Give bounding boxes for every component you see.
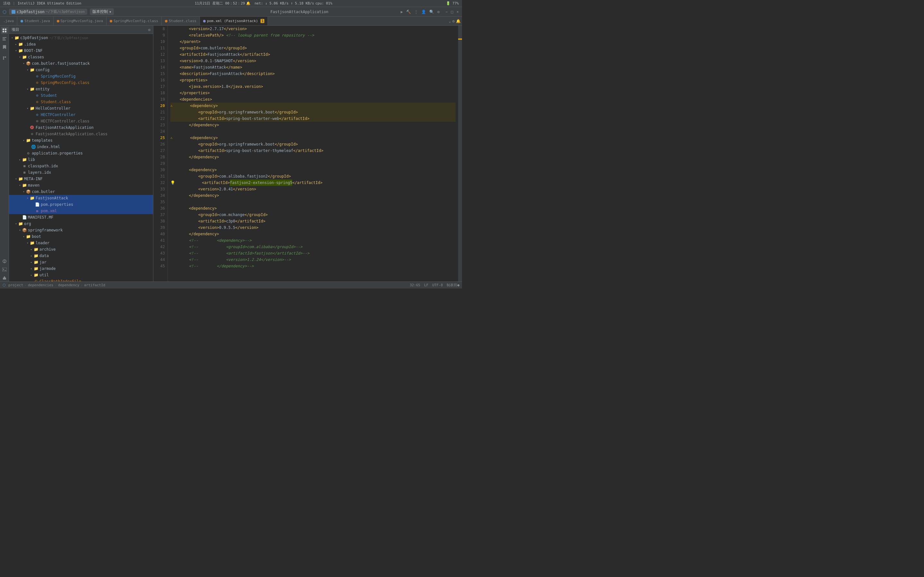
sidebar-item-problems[interactable] <box>1 258 8 265</box>
panel-title: 项目 <box>11 27 19 32</box>
tree-item-pom-xml[interactable]: m pom.xml <box>9 208 153 214</box>
tree-item-config[interactable]: ▾ 📁 config <box>9 67 153 73</box>
tree-item-index-html[interactable]: 🌐 index.html <box>9 143 153 150</box>
code-line-25: ⚠ <dependency> <box>170 135 456 141</box>
scrollbar-marker <box>458 39 462 40</box>
project-name-btn[interactable]: c3p0fastjson ~/下载/c3p0fastjson <box>9 9 87 15</box>
settings-icon[interactable]: ⚙ <box>437 9 440 15</box>
sidebar-item-plugins[interactable] <box>1 274 8 282</box>
tree-item-pom-properties[interactable]: 📄 pom.properties <box>9 201 153 208</box>
tab-chevron-icon[interactable]: ⌄ <box>449 19 451 23</box>
sidebar-item-project[interactable] <box>1 27 8 34</box>
tree-item-org[interactable]: ▾ 📁 org <box>9 221 153 227</box>
tree-item-hello-controller[interactable]: ▾ 📁 HelloController <box>9 105 153 111</box>
tree-item-fastjson-attack-dir[interactable]: ▾ 📁 FastjsonAttack <box>9 195 153 201</box>
run-icon[interactable]: ▶ <box>400 9 404 15</box>
svg-rect-16 <box>3 277 6 279</box>
tree-item-hectf-controller[interactable]: ⊙ HECTFController <box>9 111 153 118</box>
tree-item-meta-inf[interactable]: ▾ 📁 META-INF <box>9 176 153 182</box>
build-icon[interactable]: 🔨 <box>405 9 412 15</box>
code-content[interactable]: <version>2.7.17</version> <relativePath/… <box>168 26 458 282</box>
class-icon: ⊙ <box>35 100 40 104</box>
tree-item-classpath-idx[interactable]: ≡ classpath.idx <box>9 163 153 169</box>
notification-icon[interactable]: 🔔 <box>246 1 250 5</box>
maximize-icon[interactable]: □ <box>451 9 454 15</box>
file-tree[interactable]: ▾ 📁 c3p0fastjson ~/下载/c3p0fastjson ▸ 📁 .… <box>9 34 153 282</box>
pom-icon: m <box>35 209 40 213</box>
folder-icon: 📁 <box>26 234 31 239</box>
tree-item-application-properties[interactable]: ⚙ application.properties <box>9 150 153 156</box>
tab-student-class[interactable]: Student.class <box>162 17 200 25</box>
tree-item-jarmode[interactable]: ▸ 📁 jarmode <box>9 266 153 272</box>
search-icon[interactable]: 🔍 <box>429 9 435 15</box>
tree-item-lib[interactable]: ▸ 📁 lib <box>9 156 153 163</box>
tree-item-archive[interactable]: ▸ 📁 archive <box>9 246 153 253</box>
right-scrollbar[interactable] <box>458 26 462 282</box>
tree-item-com-butler-pkg[interactable]: ▾ 📦 com.butler <box>9 189 153 195</box>
breadcrumb-artifactid[interactable]: artifactId <box>84 283 105 287</box>
tree-item-name: config <box>36 68 49 72</box>
arrow-icon: ▾ <box>22 139 26 142</box>
tree-item-com-butler[interactable]: ▾ 📦 com.butler.fastjsonattack <box>9 60 153 67</box>
code-line-36: <dependency> <box>170 205 456 211</box>
tab-dot-spring-mvc-config-java <box>57 20 59 23</box>
tree-item-classpathindexfile[interactable]: © ClassPathIndexFile <box>9 278 153 282</box>
breadcrumb-project[interactable]: project <box>8 283 23 287</box>
folder-icon: 📁 <box>33 247 39 251</box>
folder-icon: 📁 <box>33 260 39 264</box>
tab-java[interactable]: .java <box>0 17 17 25</box>
tree-item-entity[interactable]: ▾ 📁 entity <box>9 86 153 92</box>
tree-item-manifest[interactable]: 📄 MANIFEST.MF <box>9 214 153 221</box>
tab-spring-mvc-config-class[interactable]: SpringMvcConfig.class <box>107 17 162 25</box>
close-icon[interactable]: × <box>456 9 459 15</box>
folder-icon: 📁 <box>18 221 23 226</box>
sidebar-item-terminal[interactable] <box>1 266 8 273</box>
tab-settings-icon[interactable]: ⚙ <box>452 19 455 23</box>
html-icon: 🌐 <box>31 145 36 149</box>
tree-item-student[interactable]: ⊙ Student <box>9 92 153 99</box>
sidebar-item-git[interactable] <box>1 55 8 61</box>
tree-item-root[interactable]: ▾ 📁 c3p0fastjson ~/下载/c3p0fastjson <box>9 35 153 41</box>
svg-rect-5 <box>3 39 5 39</box>
tab-spring-mvc-config-java[interactable]: SpringMvcConfig.java <box>53 17 107 25</box>
tree-item-name: HECTFController <box>41 113 75 117</box>
tree-item-fastjson-app-class[interactable]: ⊙ FastjsonAttackApplication.class <box>9 131 153 137</box>
minimize-icon[interactable]: − <box>445 9 448 15</box>
panel-gear-icon[interactable]: ⚙ <box>148 27 150 32</box>
tab-dot-student-java <box>21 20 23 23</box>
editor-area: 8 9 10 11 12 13 14 15 16 17 18 19 20 21 … <box>153 26 462 282</box>
tree-item-maven[interactable]: ▾ 📁 maven <box>9 182 153 189</box>
tree-item-util[interactable]: ▸ 📁 util <box>9 272 153 278</box>
tree-item-layers-idx[interactable]: ≡ layers.idx <box>9 169 153 176</box>
tree-item-jar[interactable]: ▸ 📁 jar <box>9 259 153 266</box>
tree-item-spring-mvc-config-class[interactable]: ⊙ SpringMvcConfig.class <box>9 79 153 86</box>
tree-item-idea[interactable]: ▸ 📁 .idea <box>9 41 153 47</box>
tab-student-java[interactable]: Student.java <box>17 17 53 25</box>
tree-item-name: index.html <box>37 145 60 149</box>
more-icon[interactable]: ⋮ <box>414 9 419 15</box>
tree-item-name: SpringMvcConfig <box>41 74 75 79</box>
tree-item-fastjson-app[interactable]: 🅐 FastjsonAttackApplication <box>9 124 153 131</box>
tree-item-name: templates <box>32 138 53 143</box>
breadcrumb-dependency[interactable]: dependency <box>58 283 79 287</box>
user-icon[interactable]: 👤 <box>421 9 427 15</box>
activity-label[interactable]: 活动 <box>3 1 10 6</box>
tree-item-templates[interactable]: ▾ 📁 templates <box>9 137 153 143</box>
tree-item-boot-inf[interactable]: ▾ 📁 BOOT-INF <box>9 47 153 54</box>
tree-item-data[interactable]: ▸ 📁 data <box>9 253 153 259</box>
version-control-btn[interactable]: 版本控制 ▾ <box>90 8 114 15</box>
tree-item-student-class[interactable]: ⊙ Student.class <box>9 99 153 105</box>
tree-item-loader[interactable]: ▾ 📁 loader <box>9 240 153 246</box>
tree-item-boot-dir[interactable]: ▾ 📁 boot <box>9 234 153 240</box>
breadcrumb-dependencies[interactable]: dependencies <box>28 283 53 287</box>
sidebar-item-structure[interactable] <box>1 35 8 42</box>
folder-icon: 📁 <box>22 55 27 59</box>
system-bar-right: 🔋 77% <box>446 1 459 5</box>
tree-item-spring-mvc-config[interactable]: ⊙ SpringMvcConfig <box>9 73 153 79</box>
tree-item-springframework[interactable]: ▾ 📦 springframework <box>9 227 153 234</box>
sidebar-item-bookmark[interactable] <box>1 44 8 51</box>
tree-item-hectf-controller-class[interactable]: ⊙ HECTFController.class <box>9 118 153 124</box>
tab-pom-xml[interactable]: pom.xml (FastjsonAttack) 1 <box>200 17 268 25</box>
tab-notification-icon[interactable]: 🔔 <box>456 19 461 23</box>
tree-item-classes[interactable]: ▾ 📁 classes <box>9 54 153 60</box>
